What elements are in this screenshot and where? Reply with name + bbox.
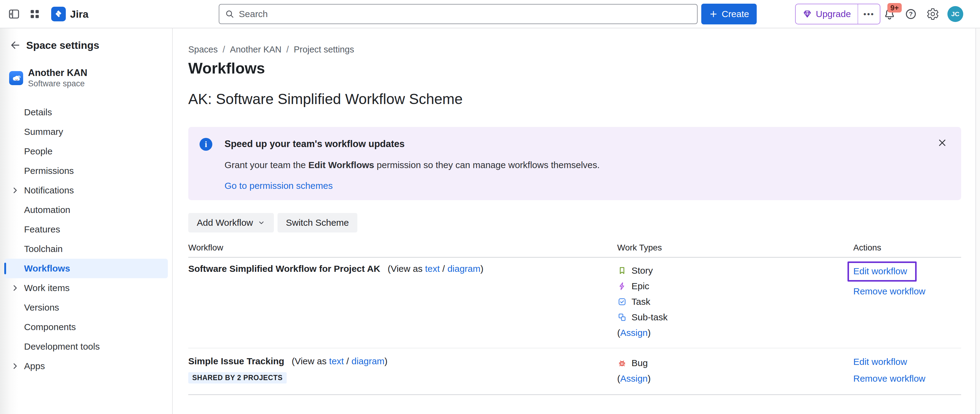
- sidebar-item-work-items[interactable]: Work items: [4, 278, 168, 298]
- sidebar-item-workflows[interactable]: Workflows: [4, 259, 168, 278]
- settings-gear-icon[interactable]: [926, 7, 940, 21]
- workflow-scheme-title: AK: Software Simplified Workflow Scheme: [188, 91, 961, 107]
- sidebar-item-label: Permissions: [24, 166, 74, 176]
- assign-line: (Assign): [617, 371, 853, 386]
- table-header-row: Workflow Work Types Actions: [188, 243, 961, 258]
- close-icon[interactable]: [935, 136, 949, 150]
- workflow-toolbar: Add Workflow Switch Scheme: [188, 213, 961, 232]
- sidebar-item-versions[interactable]: Versions: [4, 298, 168, 317]
- switch-scheme-label: Switch Scheme: [286, 217, 349, 228]
- sidebar-item-label: Workflows: [24, 263, 70, 274]
- view-as-diagram-link[interactable]: diagram: [447, 264, 480, 274]
- view-as-separator: /: [440, 264, 447, 274]
- column-header-workflow: Workflow: [188, 243, 617, 253]
- upgrade-button[interactable]: Upgrade: [796, 4, 858, 24]
- breadcrumb-spaces[interactable]: Spaces: [188, 45, 218, 54]
- project-avatar: [9, 71, 23, 85]
- work-type-subtask: Sub-task: [617, 309, 853, 325]
- sidebar-item-label: Features: [24, 224, 60, 235]
- sidebar-item-label: Development tools: [24, 341, 100, 352]
- sidebar-item-development-tools[interactable]: Development tools: [4, 337, 168, 356]
- sidebar-item-label: Versions: [24, 302, 59, 313]
- sidebar-item-summary[interactable]: Summary: [4, 122, 168, 142]
- upgrade-more-button[interactable]: •••: [858, 4, 880, 24]
- sidebar-item-label: Notifications: [24, 185, 74, 195]
- epic-icon: [617, 281, 627, 291]
- bug-icon: [617, 358, 627, 368]
- create-button[interactable]: Create: [701, 4, 757, 24]
- column-header-actions: Actions: [853, 243, 961, 253]
- settings-nav: Details Summary People Permissions Notif…: [0, 102, 172, 376]
- global-search[interactable]: [219, 4, 698, 24]
- view-as-suffix: ): [385, 356, 388, 366]
- sidebar-item-details[interactable]: Details: [4, 102, 168, 122]
- chevron-right-icon: [10, 361, 19, 371]
- back-arrow-icon[interactable]: [8, 38, 22, 52]
- plus-icon: [709, 10, 718, 19]
- sidebar-item-label: Toolchain: [24, 244, 63, 254]
- collapse-sidebar-icon[interactable]: [7, 7, 21, 21]
- sidebar-item-toolchain[interactable]: Toolchain: [4, 239, 168, 259]
- banner-body: Grant your team the Edit Workflows permi…: [224, 160, 600, 170]
- app-switcher-icon[interactable]: [28, 7, 41, 21]
- upgrade-label: Upgrade: [816, 9, 851, 19]
- assign-link[interactable]: Assign: [620, 373, 648, 384]
- view-as-separator: /: [344, 356, 352, 366]
- upgrade-split-button[interactable]: Upgrade •••: [795, 4, 880, 24]
- scrollbar-gutter[interactable]: [975, 28, 980, 414]
- breadcrumb-separator: /: [286, 45, 289, 54]
- work-types-cell: Story Epic Task Sub-task (Assign): [617, 263, 853, 340]
- assign-link[interactable]: Assign: [620, 328, 648, 338]
- permission-schemes-link[interactable]: Go to permission schemes: [224, 181, 332, 191]
- breadcrumb-project[interactable]: Another KAN: [230, 45, 282, 54]
- sidebar-item-features[interactable]: Features: [4, 220, 168, 239]
- view-as-text-link[interactable]: text: [425, 264, 439, 274]
- view-as-suffix: ): [480, 264, 484, 274]
- chevron-right-icon: [10, 186, 19, 195]
- space-settings-sidebar: Space settings Another KAN Software spac…: [0, 28, 173, 414]
- view-as-prefix: (View as: [291, 356, 326, 366]
- add-workflow-button[interactable]: Add Workflow: [188, 213, 274, 232]
- sidebar-item-label: People: [24, 146, 52, 157]
- switch-scheme-button[interactable]: Switch Scheme: [277, 213, 358, 232]
- sidebar-item-people[interactable]: People: [4, 142, 168, 161]
- workflow-name-cell: Simple Issue Tracking (View as text / di…: [188, 355, 617, 386]
- remove-workflow-link[interactable]: Remove workflow: [853, 285, 926, 297]
- view-as-prefix: (View as: [388, 264, 423, 274]
- sidebar-item-label: Automation: [24, 205, 70, 215]
- breadcrumb: Spaces / Another KAN / Project settings: [188, 45, 961, 54]
- remove-workflow-link[interactable]: Remove workflow: [853, 372, 926, 385]
- sidebar-item-automation[interactable]: Automation: [4, 200, 168, 220]
- work-type-label: Epic: [632, 281, 649, 291]
- workflow-name: Simple Issue Tracking: [188, 356, 284, 366]
- search-input[interactable]: [239, 9, 692, 19]
- banner-body-bold: Edit Workflows: [308, 160, 374, 170]
- help-icon[interactable]: ?: [904, 7, 918, 21]
- sidebar-header: Space settings: [8, 38, 172, 52]
- svg-text:?: ?: [909, 11, 913, 18]
- sidebar-item-apps[interactable]: Apps: [4, 356, 168, 376]
- breadcrumb-separator: /: [223, 45, 225, 54]
- sidebar-item-notifications[interactable]: Notifications: [4, 181, 168, 200]
- work-type-label: Task: [632, 297, 651, 307]
- user-avatar[interactable]: JC: [947, 6, 963, 22]
- add-workflow-label: Add Workflow: [197, 217, 253, 228]
- jira-logo-icon[interactable]: [51, 7, 66, 21]
- breadcrumb-project-settings[interactable]: Project settings: [294, 45, 354, 54]
- banner-body-prefix: Grant your team the: [224, 160, 308, 170]
- table-row-simple-issue-tracking: Simple Issue Tracking (View as text / di…: [188, 348, 961, 395]
- sidebar-item-components[interactable]: Components: [4, 317, 168, 337]
- view-as-text-link[interactable]: text: [329, 356, 344, 366]
- edit-workflow-link[interactable]: Edit workflow: [853, 265, 907, 277]
- edit-workflow-link[interactable]: Edit workflow: [853, 356, 907, 368]
- assign-open-paren: (: [617, 373, 620, 384]
- sidebar-item-permissions[interactable]: Permissions: [4, 161, 168, 181]
- shared-projects-badge: SHARED BY 2 PROJECTS: [188, 372, 287, 384]
- banner-text: Speed up your team's workflow updates Gr…: [224, 139, 600, 191]
- workflow-name: Software Simplified Workflow for Project…: [188, 264, 380, 274]
- project-name: Another KAN: [28, 68, 88, 78]
- workflows-table: Workflow Work Types Actions Software Sim…: [188, 243, 961, 395]
- view-as-diagram-link[interactable]: diagram: [352, 356, 385, 366]
- column-header-work-types: Work Types: [617, 243, 853, 253]
- project-meta: Another KAN Software space: [28, 68, 88, 88]
